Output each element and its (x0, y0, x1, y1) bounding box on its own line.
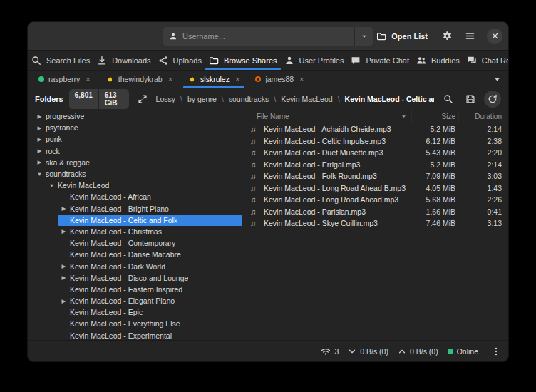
tree-item[interactable]: ▼Kevin MacLeod (28, 180, 242, 191)
tree-item[interactable]: Kevin MacLeod - Everything Else (28, 318, 242, 329)
collapse-arrow-icon[interactable]: ▼ (34, 171, 46, 177)
file-row[interactable]: ♫Kevin MacLeod - Long Road Ahead B.mp34.… (242, 182, 508, 195)
main-menu-button[interactable] (460, 26, 480, 46)
user-tab-label: james88 (265, 75, 294, 83)
tree-item[interactable]: ▶psytrance (28, 122, 242, 133)
breadcrumb-item[interactable]: Lossy (156, 95, 175, 103)
file-row[interactable]: ♫Kevin MacLeod - Long Road Ahead.mp35.68… (242, 194, 508, 206)
username-input[interactable] (182, 32, 348, 41)
user-tab-raspberry[interactable]: raspberry× (31, 71, 98, 88)
expand-arrow-icon[interactable]: ▶ (58, 263, 70, 269)
save-list-button[interactable] (462, 91, 479, 108)
music-note-icon: ♫ (242, 160, 264, 169)
tab-user-profiles[interactable]: User Profiles (281, 51, 348, 70)
tree-item[interactable]: Kevin MacLeod - Eastern Inspired (28, 284, 242, 295)
file-row[interactable]: ♫Kevin MacLeod - Folk Round.mp37.09 MiB3… (242, 170, 508, 182)
away-status-icon (188, 76, 196, 83)
file-size: 7.46 MiB (411, 219, 458, 227)
tab-private-chat[interactable]: Private Chat (347, 51, 413, 70)
file-row[interactable]: ♫Kevin MacLeod - Celtic Impulse.mp36.12 … (242, 135, 508, 148)
tab-overflow-button[interactable] (489, 71, 505, 88)
expand-arrow-icon[interactable]: ▶ (34, 113, 46, 120)
tree-item[interactable]: Kevin MacLeod - Celtic and Folk (28, 215, 242, 226)
file-name: Kevin MacLeod - Duet Musette.mp3 (264, 148, 411, 157)
refresh-button[interactable] (484, 91, 501, 108)
tree-indent (28, 318, 58, 329)
tab-chat-rooms[interactable]: Chat Rooms (463, 51, 509, 70)
tab-search-files[interactable]: Search Files (28, 51, 93, 70)
breadcrumb-item[interactable]: Kevin MacLeod - Celtic and Folk (345, 95, 434, 103)
upload-rate[interactable]: 0 B/s (0) (398, 347, 438, 356)
expand-arrow-icon[interactable]: ▶ (58, 228, 70, 234)
tree-item[interactable]: ▶ska & reggae (28, 157, 242, 168)
file-row[interactable]: ♫Kevin MacLeod - Achaidh Cheide.mp35.2 M… (242, 123, 508, 135)
expand-arrow-icon[interactable]: ▶ (58, 274, 70, 281)
file-row[interactable]: ♫Kevin MacLeod - Skye Cuillin.mp37.46 Mi… (242, 217, 508, 229)
close-tab-icon[interactable]: × (86, 76, 90, 83)
statusbar-menu-button[interactable] (488, 343, 505, 360)
tree-item[interactable]: ▼soundtracks (28, 168, 242, 180)
expand-arrow-icon[interactable]: ▶ (58, 298, 70, 304)
tree-item[interactable]: ▶punk (28, 133, 242, 145)
expand-arrow-icon[interactable]: ▶ (34, 148, 46, 154)
tab-label: Browse Shares (224, 56, 277, 65)
user-tab-label: raspberry (48, 75, 80, 83)
music-note-icon: ♫ (242, 195, 264, 204)
breadcrumb-item[interactable]: soundtracks (229, 95, 269, 103)
tree-item[interactable]: Kevin MacLeod - Epic (28, 306, 242, 318)
close-tab-icon[interactable]: × (168, 76, 172, 83)
file-row[interactable]: ♫Kevin MacLeod - Duet Musette.mp35.43 Mi… (242, 147, 508, 159)
user-tab-james88[interactable]: james88× (247, 71, 311, 88)
username-entry[interactable] (163, 27, 354, 46)
window-close-button[interactable] (487, 29, 502, 44)
music-note-icon: ♫ (242, 184, 264, 192)
tree-item[interactable]: ▶Kevin MacLeod - Dark World (28, 260, 242, 272)
tree-item[interactable]: ▶Kevin MacLeod - Christmas (28, 226, 242, 237)
username-dropdown-button[interactable] (354, 27, 373, 46)
collapse-arrow-icon[interactable]: ▼ (46, 182, 58, 189)
file-table-header: File Name Size Duration (242, 110, 508, 123)
tab-uploads[interactable]: Uploads (155, 51, 205, 70)
expand-arrow-icon[interactable]: ▶ (34, 159, 46, 165)
search-button[interactable] (440, 91, 457, 108)
tree-item-label: psytrance (46, 123, 78, 132)
column-header-file-name[interactable]: File Name (242, 110, 411, 123)
breadcrumb-item[interactable]: Kevin MacLeod (281, 95, 332, 103)
tree-indent (28, 145, 34, 157)
tree-item[interactable]: ▶rock (28, 145, 242, 157)
user-tab-slskrulez[interactable]: slskrulez× (180, 71, 247, 88)
file-row[interactable]: ♫Kevin MacLeod - Parisian.mp31.66 MiB0:4… (242, 206, 508, 218)
tree-item[interactable]: ▶Kevin MacLeod - Disco and Lounge (28, 272, 242, 284)
download-rate[interactable]: 0 B/s (0) (348, 347, 388, 356)
expand-arrow-icon[interactable]: ▶ (34, 125, 46, 131)
breadcrumb-item[interactable]: by genre (187, 95, 217, 103)
user-tab-thewindykrab[interactable]: thewindykrab× (98, 71, 180, 88)
file-row[interactable]: ♫Kevin MacLeod - Errigal.mp35.2 MiB2:14 (242, 159, 508, 171)
column-header-duration[interactable]: Duration (458, 110, 508, 123)
tree-item[interactable]: Kevin MacLeod - African (28, 191, 242, 202)
connections-indicator[interactable]: 3 (321, 346, 339, 356)
tree-item[interactable]: Kevin MacLeod - Experimental (28, 330, 242, 340)
tree-item[interactable]: ▶Kevin MacLeod - Bright Piano (28, 203, 242, 215)
online-status-icon (38, 76, 44, 82)
tree-item[interactable]: Kevin MacLeod - Contemporary (28, 237, 242, 249)
preferences-button[interactable] (438, 26, 457, 46)
file-duration: 2:14 (458, 125, 508, 133)
column-header-size[interactable]: Size (411, 110, 458, 123)
connection-status[interactable]: Online (448, 347, 478, 356)
tree-item[interactable]: ▶progressive (28, 110, 242, 122)
expand-arrow-icon[interactable]: ▶ (58, 205, 70, 212)
tree-item[interactable]: ▶Kevin MacLeod - Elegant Piano (28, 295, 242, 306)
folder-icon (376, 31, 386, 41)
tab-browse-shares[interactable]: Browse Shares (205, 51, 281, 70)
expand-arrow-icon[interactable]: ▶ (34, 136, 46, 143)
tab-buddies[interactable]: Buddies (413, 51, 463, 70)
file-size: 5.2 MiB (411, 125, 458, 133)
tree-indent (28, 260, 58, 272)
tree-item[interactable]: Kevin MacLeod - Danse Macabre (28, 249, 242, 260)
tab-downloads[interactable]: Downloads (93, 51, 154, 70)
close-tab-icon[interactable]: × (235, 76, 239, 83)
close-tab-icon[interactable]: × (299, 76, 304, 83)
open-list-button[interactable]: Open List (370, 28, 434, 45)
expand-pane-button[interactable] (135, 91, 150, 108)
